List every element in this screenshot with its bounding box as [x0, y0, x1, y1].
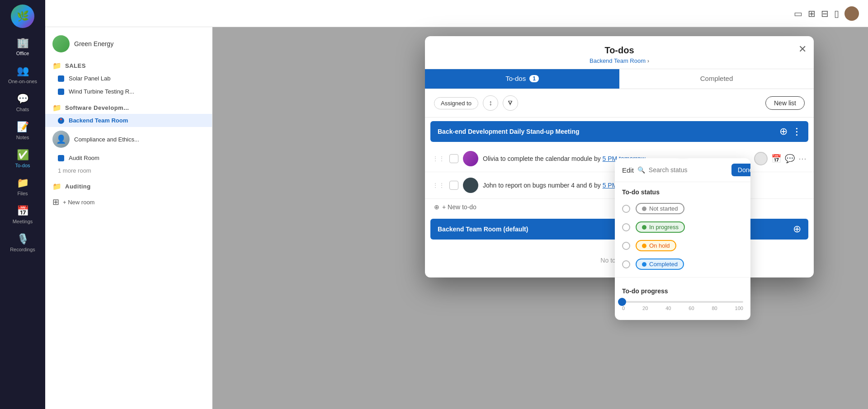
- status-search-input[interactable]: [649, 166, 728, 174]
- status-badge-not-started: Not started: [636, 203, 684, 214]
- section-software-dev: 📁 Software Developm...: [45, 98, 212, 114]
- solar-panel-name: Solar Panel Lab: [69, 75, 111, 82]
- app-logo[interactable]: 🌿: [11, 5, 34, 28]
- status-radio-on-hold: [622, 242, 630, 250]
- progress-title: To-do progress: [622, 287, 743, 295]
- workspace-user-green-energy[interactable]: Green Energy: [45, 32, 212, 56]
- progress-thumb[interactable]: [618, 298, 626, 306]
- status-done-button[interactable]: Done: [731, 164, 750, 176]
- tab-todos-badge: 1: [529, 75, 539, 82]
- compliance-name: Compliance and Ethics...: [74, 136, 139, 143]
- list-more-button-1[interactable]: ⋮: [792, 126, 801, 137]
- progress-slider[interactable]: 0 20 40 60 80 100: [622, 301, 743, 311]
- topbar-icons: ▭ ⊞ ⊟ ▯: [794, 6, 859, 21]
- sort-button[interactable]: ↕: [483, 95, 498, 111]
- tab-completed[interactable]: Completed: [619, 69, 814, 89]
- tablet-icon[interactable]: ▭: [794, 8, 802, 19]
- files-icon: 📁: [17, 177, 29, 189]
- on-hold-dot: [642, 244, 646, 248]
- status-edit-label: Edit: [622, 166, 634, 174]
- backend-team-name: Backend Team Room: [69, 117, 128, 124]
- todo-avatar-olivia: [463, 151, 478, 166]
- grid-icon[interactable]: ⊞: [808, 8, 816, 19]
- chats-icon: 💬: [17, 93, 29, 105]
- sidebar-item-notes[interactable]: 📝 Notes: [3, 118, 42, 144]
- todo-checkbox-2[interactable]: [449, 181, 458, 190]
- user-avatar[interactable]: [844, 6, 859, 21]
- status-option-not-started[interactable]: Not started: [615, 199, 750, 218]
- search-icon: 🔍: [637, 166, 645, 174]
- completed-dot: [642, 262, 646, 267]
- calendar-icon-1[interactable]: 📅: [771, 154, 781, 164]
- assigned-to-label: Assigned to: [441, 100, 472, 107]
- completed-label: Completed: [649, 261, 678, 268]
- new-todo-label-1: + New to-do: [442, 203, 476, 211]
- todo-checkbox-1[interactable]: [449, 154, 458, 163]
- list-backend-standup: Back-end Development Daily Stand-up Meet…: [430, 121, 808, 142]
- room-solar-panel[interactable]: Solar Panel Lab: [45, 72, 212, 85]
- content-panel: Green Energy 📁 SALES Solar Panel Lab Win…: [45, 27, 868, 409]
- window-icon[interactable]: ▯: [834, 8, 839, 19]
- sidebar-item-todos[interactable]: ✅ To-dos: [3, 146, 42, 172]
- split-icon[interactable]: ⊟: [821, 8, 829, 19]
- progress-label-0: 0: [622, 306, 625, 311]
- main-area: ▭ ⊞ ⊟ ▯ Green Energy 📁 SALES Solar Panel…: [45, 0, 868, 409]
- status-popup: Edit 🔍 Done To-do status Not started: [615, 158, 750, 320]
- audit-room-name: Audit Room: [69, 155, 99, 161]
- sidebar-item-recordings[interactable]: 🎙️ Recordings: [3, 230, 42, 256]
- folder-icon-2: 📁: [52, 103, 61, 112]
- comment-icon-1[interactable]: 💬: [785, 154, 795, 164]
- new-list-label: New list: [774, 99, 796, 107]
- sidebar-item-one-on-ones[interactable]: 👥 One-on-ones: [3, 61, 42, 88]
- auditing-title: Auditing: [65, 183, 91, 190]
- recordings-icon: 🎙️: [17, 233, 29, 245]
- new-list-button[interactable]: New list: [765, 96, 805, 110]
- progress-label-40: 40: [665, 306, 671, 311]
- todo-actions-1: 📅 💬 ⋯: [754, 152, 807, 165]
- filter-button[interactable]: ⛛: [503, 95, 518, 111]
- green-energy-avatar: [52, 35, 70, 52]
- meetings-icon: 📅: [17, 205, 29, 217]
- sidebar: 🌿 🏢 Office 👥 One-on-ones 💬 Chats 📝 Notes…: [0, 0, 45, 409]
- sidebar-item-office[interactable]: 🏢 Office: [3, 33, 42, 60]
- sort-icon: ↕: [489, 99, 492, 107]
- more-rooms[interactable]: 1 more room: [45, 165, 212, 177]
- status-popup-header: Edit 🔍 Done: [615, 158, 750, 182]
- status-circle-1[interactable]: [754, 152, 768, 165]
- room-wind-turbine[interactable]: Wind Turbine Testing R...: [45, 85, 212, 98]
- status-option-on-hold[interactable]: On hold: [615, 236, 750, 255]
- assigned-to-button[interactable]: Assigned to: [434, 97, 478, 109]
- drag-handle-2[interactable]: ⋮⋮: [432, 182, 445, 189]
- new-room-button[interactable]: ⊞ + New room: [45, 193, 212, 212]
- progress-label-60: 60: [689, 306, 694, 311]
- workspace-panel: Green Energy 📁 SALES Solar Panel Lab Win…: [45, 27, 212, 409]
- room-dot: [58, 75, 64, 82]
- drag-handle-1[interactable]: ⋮⋮: [432, 155, 445, 162]
- modal-area: To-dos Backend Team Room › ✕ To-dos 1: [212, 27, 868, 409]
- sidebar-item-chats[interactable]: 💬 Chats: [3, 89, 42, 116]
- section-sales: 📁 SALES: [45, 56, 212, 72]
- list-add-button-2[interactable]: ⊕: [793, 223, 801, 235]
- modal-close-button[interactable]: ✕: [798, 43, 807, 55]
- green-energy-name: Green Energy: [74, 40, 113, 47]
- notes-icon: 📝: [17, 121, 29, 133]
- progress-track: [622, 301, 743, 303]
- room-audit[interactable]: Audit Room: [45, 151, 212, 165]
- status-option-in-progress[interactable]: In progress: [615, 218, 750, 236]
- room-pin-icon: 📍: [58, 118, 64, 124]
- modal-subtitle-link[interactable]: Backend Team Room: [590, 57, 646, 64]
- list-add-button-1[interactable]: ⊕: [779, 126, 788, 137]
- sidebar-item-files[interactable]: 📁 Files: [3, 174, 42, 200]
- done-label: Done: [738, 166, 750, 174]
- progress-label-100: 100: [735, 306, 743, 311]
- status-radio-in-progress: [622, 223, 630, 231]
- more-icon-1[interactable]: ⋯: [798, 154, 807, 164]
- status-option-completed[interactable]: Completed: [615, 255, 750, 273]
- room-backend-team[interactable]: 📍 Backend Team Room: [45, 114, 212, 127]
- sidebar-item-meetings[interactable]: 📅 Meetings: [3, 202, 42, 228]
- one-on-ones-icon: 👥: [17, 65, 29, 77]
- workspace-compliance[interactable]: 👤 Compliance and Ethics...: [45, 127, 212, 151]
- tab-todos[interactable]: To-dos 1: [425, 69, 619, 89]
- progress-label-20: 20: [642, 306, 648, 311]
- not-started-label: Not started: [649, 205, 678, 212]
